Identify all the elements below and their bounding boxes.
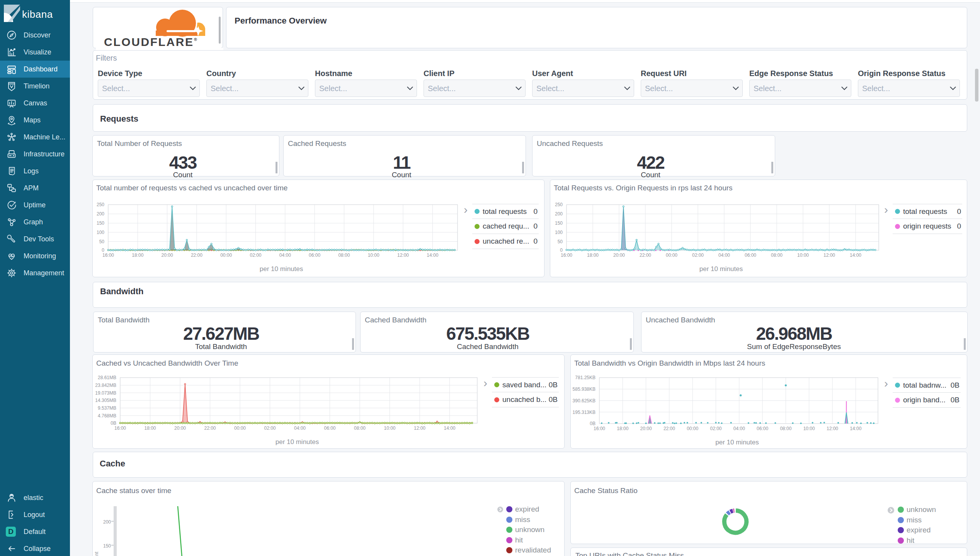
svg-text:12:00: 12:00 (823, 253, 835, 258)
svg-text:12:00: 12:00 (827, 426, 838, 431)
svg-text:20:00: 20:00 (640, 426, 652, 431)
svg-text:585.938KB: 585.938KB (573, 386, 595, 392)
svg-text:10:00: 10:00 (368, 253, 379, 258)
svg-text:100: 100 (555, 230, 563, 235)
svg-text:14:00: 14:00 (427, 253, 438, 258)
svg-text:Count: Count (94, 551, 99, 556)
svg-text:150: 150 (97, 220, 104, 226)
svg-text:14:00: 14:00 (850, 253, 861, 258)
svg-text:22:00: 22:00 (664, 426, 675, 431)
svg-text:00:00: 00:00 (666, 253, 677, 258)
svg-text:per 10 minutes: per 10 minutes (276, 438, 319, 446)
svg-text:04:00: 04:00 (718, 253, 730, 258)
svg-text:18:00: 18:00 (132, 253, 143, 258)
svg-text:22:00: 22:00 (204, 425, 216, 431)
svg-text:04:00: 04:00 (733, 426, 745, 431)
svg-text:12:00: 12:00 (414, 425, 425, 431)
svg-text:19.073MB: 19.073MB (95, 390, 116, 396)
svg-text:20:00: 20:00 (162, 253, 173, 258)
svg-text:06:00: 06:00 (745, 253, 756, 258)
svg-text:08:00: 08:00 (338, 253, 350, 258)
svg-text:200: 200 (103, 519, 111, 525)
svg-text:150: 150 (103, 543, 111, 549)
svg-text:23.842MB: 23.842MB (95, 383, 116, 388)
svg-text:02:00: 02:00 (250, 253, 261, 258)
svg-text:02:00: 02:00 (710, 426, 721, 431)
svg-text:50: 50 (99, 239, 105, 244)
svg-text:06:00: 06:00 (757, 426, 768, 431)
svg-text:250: 250 (555, 202, 563, 207)
svg-text:9.537MB: 9.537MB (98, 405, 116, 411)
svg-text:02:00: 02:00 (692, 253, 704, 258)
svg-text:150: 150 (555, 220, 563, 226)
svg-text:100: 100 (97, 230, 104, 235)
svg-text:390.625KB: 390.625KB (573, 398, 595, 403)
svg-text:18:00: 18:00 (617, 426, 628, 431)
svg-text:16:00: 16:00 (561, 253, 572, 258)
svg-text:04:00: 04:00 (294, 425, 306, 431)
svg-text:14.305MB: 14.305MB (95, 398, 116, 403)
svg-text:10:00: 10:00 (384, 425, 395, 431)
svg-text:20:00: 20:00 (613, 253, 625, 258)
svg-text:per 10 minutes: per 10 minutes (260, 265, 303, 273)
svg-text:200: 200 (97, 211, 104, 217)
svg-text:16:00: 16:00 (102, 253, 114, 258)
svg-text:781.25KB: 781.25KB (575, 375, 595, 380)
svg-text:200: 200 (555, 211, 563, 217)
svg-text:06:00: 06:00 (309, 253, 320, 258)
svg-text:16:00: 16:00 (114, 425, 126, 431)
svg-text:00:00: 00:00 (687, 426, 698, 431)
svg-text:per 10 minutes: per 10 minutes (715, 439, 759, 446)
svg-text:12:00: 12:00 (397, 253, 409, 258)
svg-text:00:00: 00:00 (234, 425, 246, 431)
svg-text:08:00: 08:00 (354, 425, 366, 431)
svg-text:20:00: 20:00 (174, 425, 186, 431)
svg-text:28.61MB: 28.61MB (98, 375, 116, 380)
svg-text:08:00: 08:00 (771, 253, 783, 258)
svg-text:22:00: 22:00 (640, 253, 651, 258)
svg-text:10:00: 10:00 (797, 253, 809, 258)
svg-text:4.768MB: 4.768MB (98, 413, 116, 419)
svg-text:06:00: 06:00 (324, 425, 335, 431)
svg-text:18:00: 18:00 (587, 253, 599, 258)
svg-text:195.313KB: 195.313KB (573, 410, 595, 415)
svg-text:08:00: 08:00 (780, 426, 791, 431)
svg-text:250: 250 (97, 202, 104, 207)
svg-text:per 10 minutes: per 10 minutes (699, 265, 743, 273)
svg-text:22:00: 22:00 (191, 253, 202, 258)
svg-text:02:00: 02:00 (264, 425, 276, 431)
svg-text:14:00: 14:00 (444, 425, 455, 431)
svg-text:14:00: 14:00 (850, 426, 861, 431)
svg-text:16:00: 16:00 (594, 426, 605, 431)
svg-text:10:00: 10:00 (803, 426, 815, 431)
svg-text:50: 50 (558, 239, 563, 244)
svg-text:18:00: 18:00 (144, 425, 156, 431)
svg-text:04:00: 04:00 (279, 253, 291, 258)
svg-text:00:00: 00:00 (220, 253, 232, 258)
